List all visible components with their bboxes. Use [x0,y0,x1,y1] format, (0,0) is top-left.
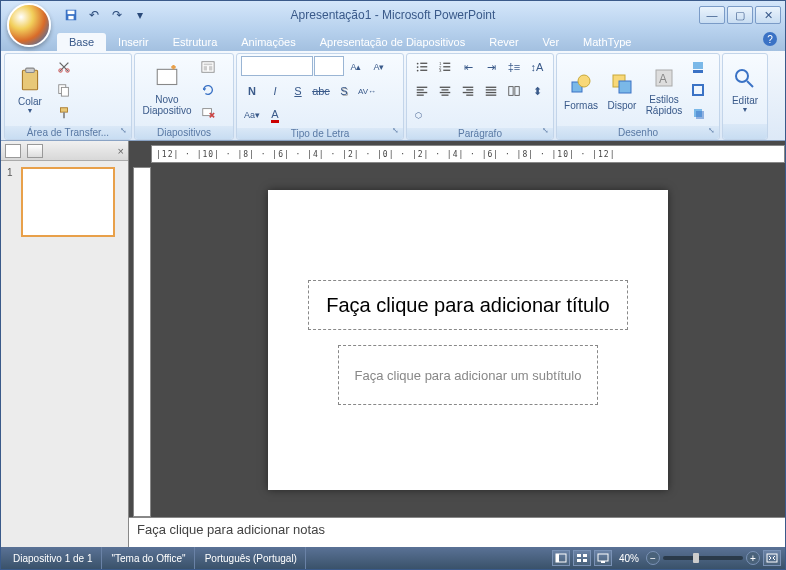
shapes-button[interactable]: Formas [561,57,601,123]
svg-rect-8 [61,87,68,96]
tab-rever[interactable]: Rever [477,33,530,51]
normal-view-button[interactable] [552,550,570,566]
shape-effects-button[interactable] [687,102,709,124]
paragraph-launcher[interactable]: ⤡ [539,128,551,138]
align-right-button[interactable] [457,80,479,102]
line-spacing-button[interactable]: ‡≡ [503,56,525,78]
italic-button[interactable]: I [264,80,286,102]
slide-panel: × 1 [1,141,129,547]
minimize-button[interactable]: — [699,6,725,24]
redo-button[interactable]: ↷ [107,5,127,25]
tab-animacoes[interactable]: Animações [229,33,307,51]
strike-button[interactable]: abc [310,80,332,102]
shape-fill-button[interactable] [687,56,709,78]
increase-indent-button[interactable]: ⇥ [480,56,502,78]
svg-rect-43 [486,92,497,93]
align-center-button[interactable] [434,80,456,102]
char-spacing-button[interactable]: AV↔ [356,80,378,102]
layout-button[interactable] [197,56,219,78]
maximize-button[interactable]: ▢ [727,6,753,24]
format-painter-button[interactable] [53,102,75,124]
tab-estrutura[interactable]: Estrutura [161,33,230,51]
tab-apresentacao[interactable]: Apresentação de Diapositivos [308,33,478,51]
svg-point-58 [736,70,748,82]
drawing-launcher[interactable]: ⤡ [705,126,717,138]
bold-button[interactable]: N [241,80,263,102]
font-color-button[interactable]: A [264,104,286,126]
clipboard-launcher[interactable]: ⤡ [117,126,129,138]
edit-button[interactable]: Editar ▼ [727,56,763,122]
status-language[interactable]: Português (Portugal) [197,547,306,569]
slideshow-view-button[interactable] [594,550,612,566]
outline-tab[interactable] [27,144,43,158]
qat-customize-button[interactable]: ▾ [130,5,150,25]
shrink-font-button[interactable]: A▾ [368,56,390,78]
slides-tab[interactable] [5,144,21,158]
tab-inserir[interactable]: Inserir [106,33,161,51]
quick-styles-button[interactable]: A Estilos Rápidos [643,57,685,123]
vertical-ruler [133,167,151,517]
statusbar: Diapositivo 1 de 1 "Tema do Office" Port… [1,547,785,569]
svg-rect-54 [693,70,703,73]
bullets-button[interactable] [411,56,433,78]
paste-button[interactable]: Colar ▼ [9,57,51,123]
thumbnail-number: 1 [7,167,17,237]
save-button[interactable] [61,5,81,25]
tab-ver[interactable]: Ver [531,33,572,51]
zoom-in-button[interactable]: + [746,551,760,565]
svg-point-17 [417,63,419,65]
app-window: ↶ ↷ ▾ Apresentação1 - Microsoft PowerPoi… [0,0,786,570]
fit-window-button[interactable] [763,550,781,566]
cut-button[interactable] [53,56,75,78]
change-case-button[interactable]: Aa▾ [241,104,263,126]
align-left-button[interactable] [411,80,433,102]
smartart-button[interactable]: ⬡ [411,104,426,126]
tab-mathtype[interactable]: MathType [571,33,643,51]
justify-button[interactable] [480,80,502,102]
office-button[interactable] [7,3,51,47]
window-title: Apresentação1 - Microsoft PowerPoint [291,8,496,22]
zoom-out-button[interactable]: − [646,551,660,565]
svg-point-21 [417,70,419,72]
font-name-combo[interactable] [241,56,313,76]
workspace: × 1 |12| · |10| · |8| · |6| · |4| · |2| … [1,141,785,547]
numbering-button[interactable]: 123 [434,56,456,78]
close-button[interactable]: ✕ [755,6,781,24]
shapes-icon [567,70,595,98]
underline-button[interactable]: S [287,80,309,102]
ribbon-tabs: Base Inserir Estrutura Animações Apresen… [1,29,785,51]
panel-close-icon[interactable]: × [118,145,124,157]
tab-base[interactable]: Base [57,33,106,51]
sorter-view-button[interactable] [573,550,591,566]
decrease-indent-button[interactable]: ⇤ [457,56,479,78]
columns-button[interactable] [503,80,525,102]
svg-rect-60 [556,554,559,562]
help-icon[interactable]: ? [763,32,777,46]
zoom-slider-thumb[interactable] [693,553,699,563]
font-launcher[interactable]: ⤡ [389,128,401,138]
align-text-button[interactable]: ⬍ [526,80,548,102]
svg-rect-66 [601,561,605,563]
editor-area: |12| · |10| · |8| · |6| · |4| · |2| · |0… [129,141,785,547]
copy-button[interactable] [53,79,75,101]
svg-rect-39 [463,92,474,93]
undo-button[interactable]: ↶ [84,5,104,25]
styles-icon: A [650,64,678,92]
title-placeholder[interactable]: Faça clique para adicionar título [308,280,628,330]
text-direction-button[interactable]: ↕A [526,56,548,78]
arrange-button[interactable]: Dispor [603,57,641,123]
zoom-slider[interactable] [663,556,743,560]
subtitle-placeholder[interactable]: Faça clique para adicionar um subtítulo [338,345,598,405]
font-size-combo[interactable] [314,56,344,76]
delete-slide-button[interactable] [197,102,219,124]
reset-button[interactable] [197,79,219,101]
new-slide-button[interactable]: Novo Diapositivo [139,57,195,123]
thumbnail-1[interactable] [21,167,115,237]
zoom-level[interactable]: 40% [615,553,643,564]
shape-outline-button[interactable] [687,79,709,101]
notes-pane[interactable]: Faça clique para adicionar notas [129,517,785,547]
shadow-button[interactable]: S [333,80,355,102]
slide-canvas[interactable]: Faça clique para adicionar título Faça c… [151,163,785,517]
styles-label: Estilos Rápidos [646,94,683,116]
grow-font-button[interactable]: A▴ [345,56,367,78]
